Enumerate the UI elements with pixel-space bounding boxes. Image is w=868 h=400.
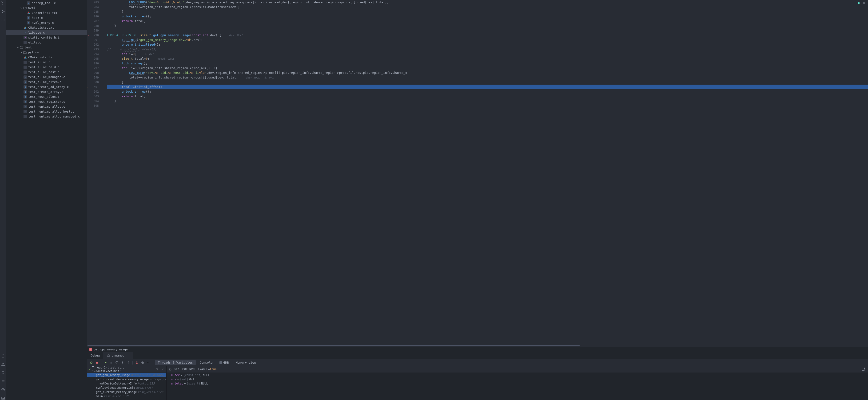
subtab-console[interactable]: Console xyxy=(197,360,215,365)
subtab-threads-variables[interactable]: Threads & Variables xyxy=(155,360,196,365)
code-line[interactable]: lock_shrreg(); xyxy=(107,61,868,66)
tree-item[interactable]: cutils.c xyxy=(6,40,87,45)
gutter-line[interactable]: 295 xyxy=(87,57,99,61)
close-icon[interactable] xyxy=(862,1,866,4)
tree-item[interactable]: ctest_alloc_managed.c xyxy=(6,74,87,79)
view-breakpoints-button[interactable] xyxy=(134,360,139,365)
gutter-line[interactable]: 294 xyxy=(87,52,99,57)
tree-item[interactable]: ctest_runtime_alloc_host.c xyxy=(6,109,87,114)
gutter-line[interactable]: ➜301 xyxy=(87,85,99,89)
code-line[interactable]: FUNC_ATTR_VISIBLE size_t get_gpu_memory_… xyxy=(107,33,868,38)
code-line[interactable]: int i=0; i: 0x1 xyxy=(107,52,868,57)
code-line[interactable] xyxy=(107,28,868,33)
branch-icon[interactable] xyxy=(1,1,5,5)
code-line[interactable]: } xyxy=(107,80,868,85)
gutter-line[interactable]: ↙290 xyxy=(87,33,99,38)
step-out-button[interactable] xyxy=(126,360,130,365)
horizontal-scrollbar[interactable] xyxy=(87,344,868,347)
code-line[interactable]: total+=region_info.shared_region->procs[… xyxy=(107,75,868,80)
code-line[interactable]: LOG_INFO("dev=%d pid=%d host pid=%d i=%l… xyxy=(107,70,868,75)
tree-item[interactable]: cnvml_entry.c xyxy=(6,20,87,25)
gutter-line[interactable]: 300 xyxy=(87,80,99,85)
code-line[interactable] xyxy=(107,103,868,108)
more-icon[interactable] xyxy=(1,18,5,22)
code-line[interactable]: return total; xyxy=(107,19,868,24)
gutter-line[interactable]: 288 xyxy=(87,24,99,28)
tree-item[interactable]: ctest_create_array.c xyxy=(6,89,87,94)
stack-frame[interactable]: _nvmlDeviceGetMemoryInfo hook.c:333 xyxy=(87,381,166,386)
tree-item[interactable]: ctest_runtime_alloc.c xyxy=(6,104,87,109)
tree-item[interactable]: ctest_alloc.c xyxy=(6,60,87,65)
variable-row[interactable]: ⁞⁞i = {int} 0x1 xyxy=(166,377,868,381)
gutter-line[interactable]: 291 xyxy=(87,38,99,42)
gutter-line[interactable]: 302 xyxy=(87,89,99,94)
tree-item[interactable]: ctest_alloc_pitch.c xyxy=(6,79,87,85)
tree-item[interactable]: CMakeLists.txt xyxy=(6,25,87,30)
code-line[interactable]: for (i=0;i<region_info.shared_region->pr… xyxy=(107,66,868,70)
stack-frame[interactable]: main test_alloc.c:76 xyxy=(87,394,166,398)
warning-icon[interactable] xyxy=(1,362,5,366)
bookmark-icon[interactable] xyxy=(1,371,5,375)
code-line[interactable]: size_t total=0; total: NULL xyxy=(107,57,868,61)
stack-frame[interactable]: get_gpu_memory_usage multiprocess_memory… xyxy=(87,373,166,377)
code-line[interactable]: ensure_initialized(); xyxy=(107,42,868,47)
gutter-line[interactable]: 299 xyxy=(87,75,99,80)
gutter-line[interactable]: 305 xyxy=(87,103,99,108)
expression-input[interactable]: set HOOK_NVML_ENABLE=true xyxy=(174,368,861,371)
stop-button[interactable] xyxy=(95,360,99,365)
step-over-button[interactable] xyxy=(115,360,119,365)
stack-frame[interactable]: nvmlDeviceGetMemoryInfo hook.c:367 xyxy=(87,386,166,390)
tab-debug[interactable]: Debug xyxy=(87,352,103,359)
tree-item[interactable]: CMakeLists.txt xyxy=(6,55,87,60)
gutter-line[interactable]: 298 xyxy=(87,70,99,75)
code-line[interactable]: } xyxy=(107,9,868,14)
code-line[interactable]: unlock_shrreg(); xyxy=(107,89,868,94)
tree-item[interactable]: nvml xyxy=(6,5,87,10)
variable-row[interactable]: ⁞⁞dev = {const int} NULL xyxy=(166,373,868,377)
code-line[interactable]: LOG_INFO("get_gpu_memory_usage dev=%d",d… xyxy=(107,38,868,42)
tree-item[interactable]: ctest_runtime_alloc_managed.c xyxy=(6,114,87,119)
tree-item[interactable]: clibvgpu.c xyxy=(6,30,87,35)
code-line[interactable]: total+=region_info.shared_region->procs[… xyxy=(107,5,868,9)
code-line[interactable]: unlock_shrreg(); xyxy=(107,14,868,19)
gutter-line[interactable]: 297 xyxy=(87,66,99,70)
rerun-button[interactable] xyxy=(89,360,94,365)
variable-row[interactable]: ⁞⁞total = {size_t} NULL xyxy=(166,381,868,386)
code-line[interactable]: // rm_quitted_process(); xyxy=(107,47,868,52)
tree-item[interactable]: ctest_create_3d_array.c xyxy=(6,85,87,89)
step-into-button[interactable] xyxy=(120,360,125,365)
code-line[interactable]: LOG_DEBUG("dev=%d i=%lu,%lu\n",dev,regio… xyxy=(107,0,868,5)
gutter-line[interactable]: 284 xyxy=(87,5,99,9)
filter-icon[interactable] xyxy=(155,368,159,371)
tree-item[interactable]: ctest_host_alloc.c xyxy=(6,94,87,99)
gutter-line[interactable]: 292 xyxy=(87,42,99,47)
gutter-line[interactable]: 289 xyxy=(87,28,99,33)
chevron-down-icon[interactable] xyxy=(161,368,164,371)
tree-item[interactable]: test xyxy=(6,45,87,50)
gutter-line[interactable]: 283 xyxy=(87,0,99,5)
tab-unnamed[interactable]: Unnamed xyxy=(103,352,133,359)
add-watch-icon[interactable] xyxy=(861,367,866,371)
pull-icon[interactable] xyxy=(1,354,5,358)
stack-frame[interactable]: get_current_device_memory_usage multipro… xyxy=(87,377,166,381)
tree-item[interactable]: chook.c xyxy=(6,15,87,20)
pause-button[interactable] xyxy=(109,360,114,365)
code-line[interactable]: } xyxy=(107,99,868,103)
close-tab-icon[interactable] xyxy=(127,355,129,357)
tree-item[interactable]: hstatic_config.h.in xyxy=(6,35,87,40)
code-line[interactable]: total+=initial_offset; xyxy=(107,85,868,89)
mute-breakpoints-button[interactable] xyxy=(140,360,145,365)
terminal-icon[interactable] xyxy=(1,396,5,400)
tree-item[interactable]: python xyxy=(6,50,87,55)
gutter-line[interactable]: 287 xyxy=(87,19,99,24)
gutter-line[interactable]: 303 xyxy=(87,94,99,99)
gutter-line[interactable]: 293 xyxy=(87,47,99,52)
gutter-line[interactable]: 285 xyxy=(87,9,99,14)
gutter-line[interactable]: 296 xyxy=(87,61,99,66)
subtab-gdb[interactable]: GDB xyxy=(217,360,232,365)
thread-selector[interactable]: ✓ Thread-1-[test_al...(2238646.2238646) xyxy=(87,366,166,372)
list-icon[interactable] xyxy=(1,379,5,383)
breadcrumb[interactable]: f get_gpu_memory_usage xyxy=(87,347,868,352)
ai-assist-icon[interactable] xyxy=(857,1,861,4)
evaluate-expression-row[interactable]: {} set HOOK_NVML_ENABLE=true xyxy=(166,366,868,372)
